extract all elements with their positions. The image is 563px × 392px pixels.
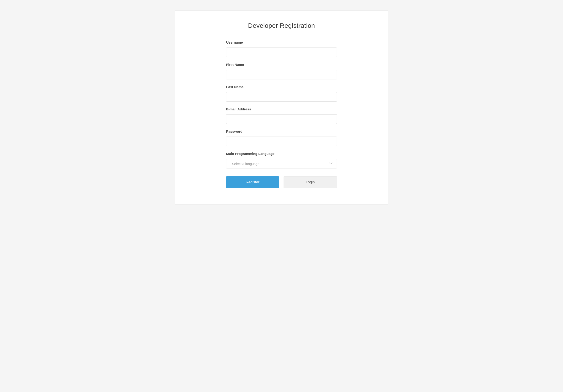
button-row: Register Login: [226, 176, 337, 188]
password-group: Password: [226, 129, 337, 146]
registration-card: Developer Registration Username First Na…: [175, 10, 388, 204]
email-input[interactable]: [226, 114, 337, 124]
last-name-input[interactable]: [226, 92, 337, 102]
first-name-group: First Name: [226, 63, 337, 79]
language-select-wrapper: Select a language: [226, 159, 337, 168]
register-button[interactable]: Register: [226, 176, 279, 188]
language-group: Main Programming Language Select a langu…: [226, 152, 337, 168]
email-label: E-mail Address: [226, 107, 337, 111]
registration-form: Username First Name Last Name E-mail Add…: [226, 40, 337, 188]
first-name-label: First Name: [226, 63, 337, 66]
page-title: Developer Registration: [175, 22, 388, 29]
username-group: Username: [226, 40, 337, 57]
last-name-group: Last Name: [226, 85, 337, 102]
password-label: Password: [226, 129, 337, 133]
language-label: Main Programming Language: [226, 152, 337, 156]
language-select[interactable]: Select a language: [226, 159, 337, 168]
last-name-label: Last Name: [226, 85, 337, 89]
email-group: E-mail Address: [226, 107, 337, 124]
username-label: Username: [226, 40, 337, 44]
login-button[interactable]: Login: [283, 176, 337, 188]
password-input[interactable]: [226, 137, 337, 146]
username-input[interactable]: [226, 48, 337, 57]
first-name-input[interactable]: [226, 70, 337, 79]
